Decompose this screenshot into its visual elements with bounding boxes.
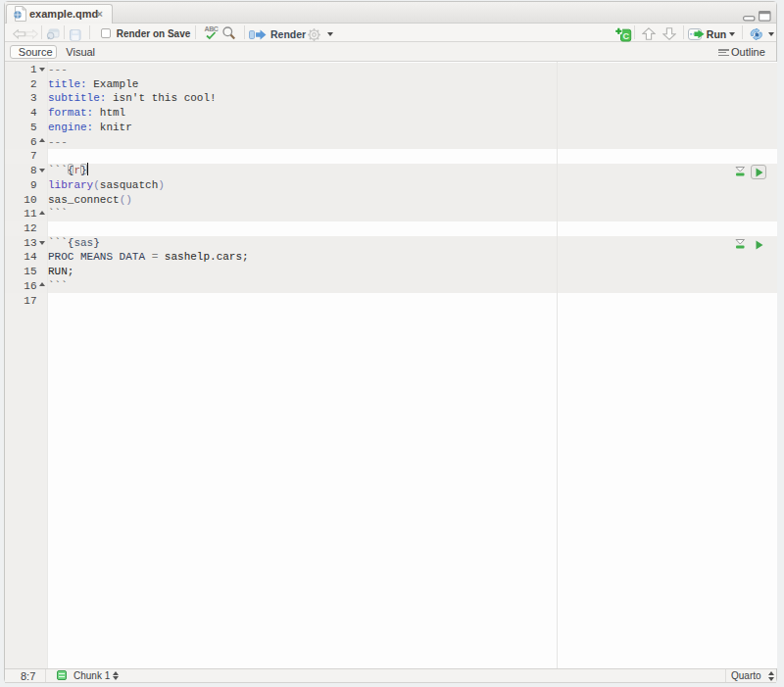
svg-text:C: C [622, 30, 629, 40]
